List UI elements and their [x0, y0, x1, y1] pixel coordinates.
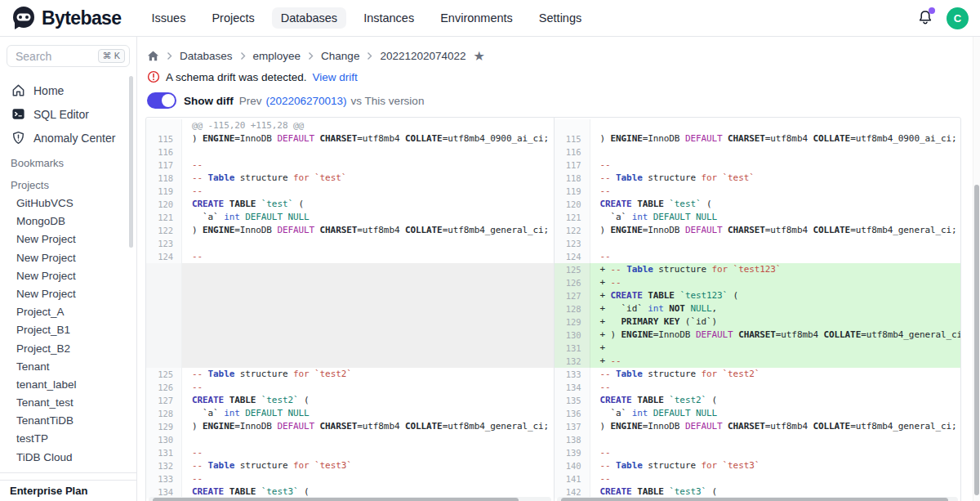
- bytebase-brand[interactable]: Bytebase: [11, 6, 121, 30]
- project-item[interactable]: GitHubVCS: [0, 194, 136, 212]
- code-line: [182, 237, 554, 250]
- code-line: + ) ENGINE=InnoDB DEFAULT CHARSET=utf8mb…: [590, 329, 961, 342]
- nav-item-settings[interactable]: Settings: [530, 7, 590, 29]
- code-line: [182, 433, 554, 446]
- line-number: 124: [555, 250, 590, 263]
- diff-row: 117--: [146, 159, 554, 172]
- code-line: --: [590, 472, 961, 485]
- nav-item-issues[interactable]: Issues: [142, 7, 194, 29]
- line-number: 125: [555, 263, 590, 276]
- show-diff-toggle[interactable]: [147, 92, 176, 109]
- code-line: --: [182, 446, 554, 459]
- star-icon[interactable]: ★: [474, 51, 485, 62]
- chevron-right-icon: [308, 51, 314, 60]
- view-drift-link[interactable]: View drift: [313, 71, 358, 83]
- user-avatar[interactable]: C: [947, 7, 969, 29]
- code-line: --: [182, 472, 554, 485]
- prev-version-link[interactable]: (202206270013): [266, 95, 347, 107]
- code-line: CREATE TABLE `test2` (: [590, 394, 961, 407]
- code-line: ) ENGINE=InnoDB DEFAULT CHARSET=utf8mb4 …: [590, 224, 961, 237]
- breadcrumb-change[interactable]: Change: [321, 50, 359, 62]
- code-line: [182, 145, 554, 159]
- breadcrumb-databases[interactable]: Databases: [180, 50, 233, 62]
- project-item[interactable]: New Project: [0, 266, 136, 284]
- sidebar-item-home[interactable]: Home: [0, 78, 136, 102]
- code-line: -- Table structure for `test`: [182, 172, 554, 185]
- line-number: 133: [146, 472, 182, 485]
- diff-row: 130: [146, 433, 554, 446]
- code-line: --: [590, 250, 961, 263]
- line-number: 127: [555, 289, 590, 302]
- project-item[interactable]: New Project: [0, 284, 136, 302]
- project-item[interactable]: Tenant_test: [0, 393, 136, 411]
- line-number: 128: [146, 407, 182, 420]
- right-hscroll-thumb[interactable]: [561, 498, 949, 501]
- line-number: 120: [146, 198, 182, 211]
- project-item[interactable]: TenantTiDB: [0, 411, 136, 429]
- code-line: --: [182, 159, 554, 172]
- project-item[interactable]: New Project: [0, 248, 136, 266]
- line-number: 136: [555, 407, 590, 420]
- sidebar-item-sql-editor[interactable]: SQL Editor: [0, 102, 136, 126]
- notifications-button[interactable]: [917, 9, 933, 27]
- page-scrollbar-thumb[interactable]: [974, 185, 979, 495]
- prev-label: Prev: [239, 95, 262, 107]
- breadcrumb-home-icon[interactable]: [147, 50, 159, 62]
- line-number: [146, 119, 182, 132]
- project-item[interactable]: Project_A: [0, 302, 136, 320]
- code-line: `a` int DEFAULT NULL: [590, 211, 961, 224]
- code-line: CREATE TABLE `test2` (: [182, 394, 554, 407]
- line-number: 134: [555, 381, 590, 394]
- project-item[interactable]: TiDB Cloud: [0, 448, 136, 466]
- nav-item-instances[interactable]: Instances: [354, 7, 423, 29]
- line-number: 140: [555, 459, 590, 472]
- project-item[interactable]: tenant_label: [0, 375, 136, 393]
- diff-hunk-header: @@ -115,20 +115,28 @@: [146, 119, 554, 132]
- code-line: --: [590, 185, 961, 198]
- diff-row: 121 `a` int DEFAULT NULL: [555, 211, 961, 224]
- search-shortcut-badge: ⌘ K: [98, 49, 125, 63]
- breadcrumb-database[interactable]: employee: [253, 50, 301, 62]
- project-item[interactable]: MongoDB: [0, 212, 136, 230]
- search-input[interactable]: Search ⌘ K: [7, 45, 130, 67]
- diff-added-row: 130+ ) ENGINE=InnoDB DEFAULT CHARSET=utf…: [555, 329, 961, 342]
- project-item[interactable]: New Project: [0, 230, 136, 248]
- code-line: ) ENGINE=InnoDB DEFAULT CHARSET=utf8mb4 …: [590, 420, 961, 433]
- diff-added-row: 127+ CREATE TABLE `test123` (: [555, 289, 961, 302]
- diff-row: 117--: [555, 159, 961, 172]
- nav-item-environments[interactable]: Environments: [431, 7, 522, 29]
- project-item[interactable]: Tenant: [0, 357, 136, 375]
- project-item[interactable]: testTP: [0, 429, 136, 447]
- diff-row: 136 `a` int DEFAULT NULL: [555, 407, 961, 420]
- diff-row: 138: [555, 433, 961, 446]
- diff-row: 124--: [146, 250, 554, 263]
- line-number: 119: [146, 185, 182, 198]
- code-line: + --: [590, 355, 961, 368]
- line-number: 126: [146, 381, 182, 394]
- chevron-right-icon: [367, 51, 372, 60]
- code-line: @@ -115,20 +115,28 @@: [182, 119, 554, 132]
- code-line: ) ENGINE=InnoDB DEFAULT CHARSET=utf8mb4 …: [182, 132, 554, 145]
- code-line: + PRIMARY KEY (`id`): [590, 315, 961, 329]
- sidebar-scrollbar-thumb[interactable]: [129, 76, 133, 248]
- diff-row: 120CREATE TABLE `test` (: [555, 198, 961, 211]
- sidebar-item-anomaly-center[interactable]: Anomaly Center: [0, 126, 136, 150]
- nav-item-databases[interactable]: Databases: [272, 7, 346, 29]
- diff-row: 128 `a` int DEFAULT NULL: [146, 407, 554, 420]
- sidebar-section-projects[interactable]: Projects: [0, 172, 136, 194]
- breadcrumb-version[interactable]: 20221202074022: [380, 50, 466, 62]
- diff-row: 123: [146, 237, 554, 250]
- left-hscroll-thumb[interactable]: [153, 498, 519, 501]
- project-item[interactable]: Project_B2: [0, 339, 136, 357]
- diff-row: 118-- Table structure for `test`: [555, 172, 961, 185]
- line-number: 128: [555, 302, 590, 315]
- line-number: 117: [146, 159, 182, 172]
- sidebar-section-bookmarks[interactable]: Bookmarks: [0, 150, 136, 172]
- project-item[interactable]: Project_B1: [0, 320, 136, 338]
- diff-row: 131--: [146, 446, 554, 459]
- sidebar: Search ⌘ K Home SQL Editor A: [0, 37, 137, 501]
- code-line: + CREATE TABLE `test123` (: [590, 289, 961, 302]
- diff-row: 126--: [146, 381, 554, 394]
- line-number: 121: [146, 211, 182, 224]
- nav-item-projects[interactable]: Projects: [203, 7, 263, 29]
